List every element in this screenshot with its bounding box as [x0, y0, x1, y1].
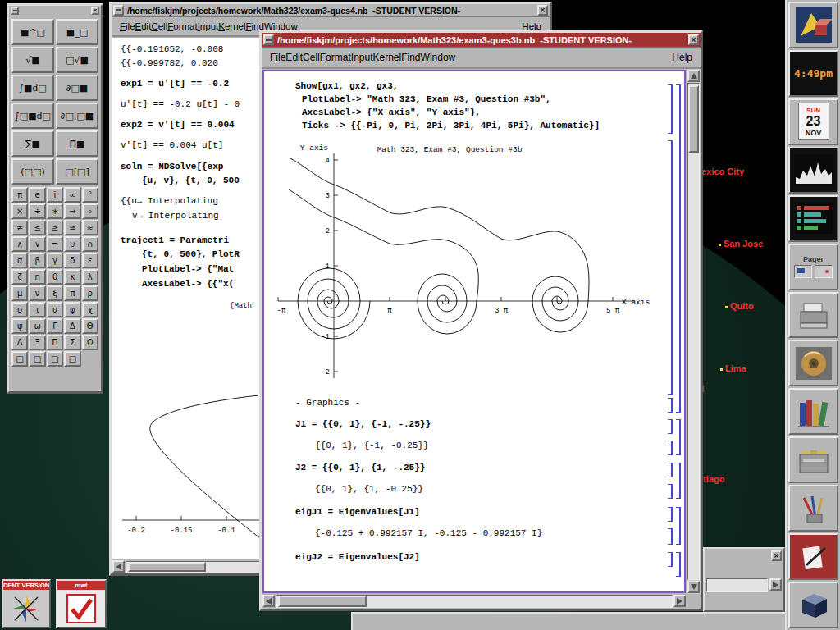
input-cell[interactable]: exp2 = v'[t] == 0.004 [121, 120, 235, 130]
input-cell[interactable]: AxesLabel-> {{"x( [142, 279, 234, 289]
scroll-right-button[interactable] [769, 578, 782, 591]
palette-button[interactable]: ξ [47, 285, 63, 301]
palette-button[interactable]: Λ [11, 335, 28, 350]
palette-button[interactable]: ° [82, 187, 98, 203]
vertical-scrollbar[interactable] [687, 69, 701, 594]
palette-button[interactable]: ∑■ [11, 130, 54, 157]
scrollbar-thumb[interactable] [688, 85, 699, 153]
storage-box-icon[interactable] [788, 582, 838, 628]
input-cell[interactable]: Show[gx1, gx2, gx3, [295, 81, 398, 91]
icon-image[interactable] [57, 590, 105, 627]
basic-input-palette[interactable]: ■^□■_□√■□√■∫■d□∂□■∫□■d□∂□,□■∑■∏■(□□)□[□]… [7, 3, 103, 394]
palette-button[interactable]: π [11, 187, 28, 203]
palette-button[interactable]: ∂□,□■ [56, 103, 98, 129]
cell-bracket[interactable] [668, 507, 673, 522]
palette-button[interactable]: ψ [11, 318, 28, 334]
cell-bracket[interactable] [668, 398, 673, 413]
pens-icon[interactable] [788, 485, 838, 532]
palette-button[interactable]: η [29, 269, 45, 285]
palette-button[interactable]: θ [47, 269, 63, 285]
output-cell[interactable]: v'[t] == 0.004 u[t] [121, 140, 223, 150]
palette-button[interactable]: Δ [64, 318, 80, 334]
palette-button[interactable]: (□□) [11, 158, 54, 185]
palette-button[interactable]: λ [82, 269, 98, 285]
menu-item[interactable]: Kernel [372, 52, 401, 63]
load-meter[interactable] [788, 195, 838, 242]
palette-button[interactable]: ∏■ [56, 130, 98, 157]
help-menu[interactable]: Help [672, 52, 692, 63]
palette-button[interactable]: √■ [11, 47, 54, 73]
input-cell[interactable]: exp1 = u'[t] == -0.2 [121, 79, 229, 89]
palette-button[interactable]: Ω [82, 335, 98, 350]
cell-group-bracket[interactable] [676, 463, 681, 499]
background-window-fragment[interactable] [703, 547, 785, 612]
palette-button[interactable]: □ [11, 351, 28, 367]
menu-item[interactable]: Cell [303, 52, 320, 63]
input-cell[interactable]: eigJ2 = Eigenvalues[J2] [295, 552, 420, 562]
palette-button[interactable]: e [29, 187, 45, 203]
scroll-up-button[interactable] [687, 70, 700, 82]
input-cell[interactable]: Ticks -> {{-Pi, 0, Pi, 2Pi, 3Pi, 4Pi, 5P… [302, 121, 600, 130]
palette-button[interactable]: ■_□ [56, 19, 98, 45]
close-button[interactable] [91, 7, 99, 15]
scrollbar-thumb[interactable] [128, 562, 206, 572]
palette-button[interactable]: □ [64, 351, 80, 367]
palette-button[interactable]: ≤ [29, 220, 45, 235]
scroll-right-button[interactable] [673, 595, 686, 607]
palette-button[interactable]: ≈ [82, 220, 98, 235]
menu-item[interactable]: Window [421, 52, 456, 63]
menu-item[interactable]: Format [320, 52, 351, 63]
scrollbar-track[interactable] [687, 83, 700, 580]
minimized-window-student-version[interactable]: DENT VERSION [2, 579, 51, 628]
titlebar[interactable] [9, 6, 101, 16]
performance-meter[interactable] [788, 147, 838, 194]
cell-bracket[interactable] [668, 528, 673, 545]
output-cell[interactable]: u'[t] == -0.2 u[t] - 0 [121, 99, 240, 109]
palette-button[interactable]: Ξ [29, 335, 45, 350]
palette-button[interactable]: □[□] [56, 158, 98, 185]
palette-button[interactable]: μ [11, 285, 28, 301]
workspace-2[interactable] [815, 265, 833, 278]
palette-button[interactable]: ζ [11, 269, 28, 285]
palette-button[interactable]: i [47, 187, 63, 203]
palette-button[interactable]: Γ [47, 318, 63, 334]
scroll-down-button[interactable] [687, 581, 700, 593]
menu-item[interactable]: Input [198, 21, 219, 31]
output-cell[interactable]: {-0.125 + 0.992157 I, -0.125 - 0.992157 … [315, 528, 542, 538]
palette-button[interactable]: υ [47, 302, 63, 317]
output-cell[interactable]: - Graphics - [295, 398, 360, 408]
cell-bracket[interactable] [668, 463, 673, 477]
palette-button[interactable]: ¬ [47, 236, 63, 252]
palette-button[interactable]: φ [64, 302, 80, 317]
palette-button[interactable]: ∫□■d□ [11, 103, 54, 129]
titlebar[interactable]: /home/fiskjm/projects/homework/Math323/e… [262, 33, 701, 48]
icon-image[interactable] [3, 590, 49, 627]
resize-corner[interactable] [687, 594, 701, 609]
cell-group-bracket[interactable] [676, 84, 681, 413]
titlebar[interactable]: /home/fiskjm/projects/homework/Math323/e… [112, 4, 550, 17]
graphics-app-icon[interactable] [788, 2, 838, 48]
palette-button[interactable]: δ [64, 253, 80, 268]
scroll-left-button[interactable] [112, 560, 125, 573]
window-menu-button[interactable] [113, 5, 124, 16]
palette-button[interactable]: ∗ [47, 203, 63, 219]
menu-item[interactable]: Kernel [218, 21, 245, 31]
input-cell[interactable]: soln = NDSolve[{exp [121, 162, 223, 171]
palette-button[interactable]: τ [29, 302, 45, 317]
input-cell[interactable]: J1 = {{0, 1}, {-1, -.25}} [295, 419, 431, 429]
output-cell[interactable]: {{-0.999782, 0.020 [121, 58, 218, 68]
menu-item[interactable]: Format [167, 21, 197, 31]
input-cell[interactable]: traject1 = Parametri [121, 235, 229, 245]
cell-group-bracket[interactable] [676, 552, 681, 577]
notebook-content[interactable]: Show[gx1, gx2, gx3, PlotLabel-> "Math 32… [262, 70, 686, 593]
input-cell[interactable]: PlotLabel-> "Math 323, Exam #3, Question… [302, 94, 551, 104]
cdrom-icon[interactable] [788, 340, 838, 386]
clock[interactable]: 4:49pm [788, 50, 838, 97]
menu-item[interactable]: Input [351, 52, 373, 63]
output-cell[interactable]: {{0, 1}, {-1, -0.25}} [315, 441, 429, 450]
input-cell[interactable]: {t, 0, 500}, PlotR [142, 249, 240, 259]
palette-button[interactable]: → [64, 203, 80, 219]
cell-group-bracket[interactable] [676, 507, 681, 545]
pager[interactable]: Pager [788, 244, 838, 290]
output-cell[interactable]: v→ Interpolating [132, 211, 219, 221]
